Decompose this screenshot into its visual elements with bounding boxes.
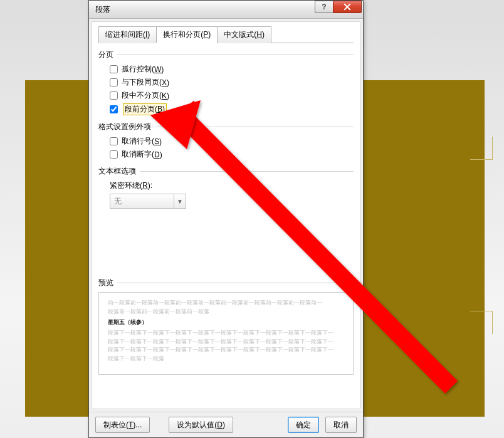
dialog-button-bar: 制表位(T)... 设为默认值(D) 确定 取消 — [89, 412, 363, 437]
crop-mark — [468, 286, 493, 311]
dialog-body: 缩进和间距(I) 换行和分页(P) 中文版式(H) 分页 孤行控制(W) — [92, 21, 360, 409]
titlebar[interactable]: 段落 ? — [89, 1, 363, 19]
tight-wrap-label: 紧密环绕(R): — [110, 180, 354, 191]
checkbox-page-break-before[interactable]: 段前分页(B) — [110, 103, 354, 115]
help-button[interactable]: ? — [315, 1, 333, 13]
checkbox-keep-with-next[interactable]: 与下段同页(X) — [110, 77, 354, 88]
chevron-down-icon[interactable]: ▼ — [174, 194, 186, 208]
group-textbox-options: 文本框选项 紧密环绕(R): 无 ▼ — [98, 166, 354, 209]
checkbox-input[interactable] — [110, 137, 118, 145]
checkbox-input[interactable] — [110, 78, 118, 86]
group-title: 文本框选项 — [98, 166, 136, 177]
tab-bar: 缩进和间距(I) 换行和分页(P) 中文版式(H) — [98, 26, 354, 43]
close-icon — [344, 3, 351, 11]
group-title: 格式设置例外项 — [98, 122, 151, 132]
group-format-exceptions: 格式设置例外项 取消行号(S) 取消断字(D) — [98, 122, 354, 160]
help-icon: ? — [322, 3, 326, 11]
tab-line-page-breaks[interactable]: 换行和分页(P) — [156, 26, 218, 43]
checkbox-input[interactable] — [110, 105, 118, 113]
checkbox-suppress-line-numbers[interactable]: 取消行号(S) — [110, 136, 354, 147]
checkbox-input[interactable] — [110, 91, 118, 100]
group-title: 分页 — [98, 50, 113, 60]
highlighted-option: 段前分页(B) — [123, 103, 167, 115]
paragraph-dialog: 段落 ? 缩进和间距(I) 换行和分页(P) 中文版式(H) 分页 — [88, 0, 364, 438]
group-title: 预览 — [98, 278, 113, 288]
cancel-button[interactable]: 取消 — [325, 417, 357, 433]
checkbox-suppress-hyphenation[interactable]: 取消断字(D) — [110, 149, 354, 160]
close-button[interactable] — [333, 1, 362, 13]
group-pagination: 分页 孤行控制(W) 与下段同页(X) 段中不分页(K) — [98, 50, 354, 115]
tabs-button[interactable]: 制表位(T)... — [95, 417, 150, 433]
checkbox-input[interactable] — [110, 150, 118, 159]
dialog-title: 段落 — [95, 4, 315, 15]
combo-value: 无 — [110, 196, 174, 207]
tab-indent-spacing[interactable]: 缩进和间距(I) — [98, 26, 157, 43]
checkbox-keep-together[interactable]: 段中不分页(K) — [110, 90, 354, 101]
tab-asian-layout[interactable]: 中文版式(H) — [217, 26, 271, 43]
group-preview: 预览 前一段落前一段落前一段落前一段落前一段落前一段落前一段落前一段落前一段落前… — [98, 278, 354, 375]
ok-button[interactable]: 确定 — [288, 417, 319, 433]
checkbox-widow-orphan[interactable]: 孤行控制(W) — [110, 64, 354, 75]
preview-box: 前一段落前一段落前一段落前一段落前一段落前一段落前一段落前一段落前一段落前一 段… — [98, 292, 354, 375]
preview-sample-text: 星期五（续参） — [108, 318, 344, 326]
crop-mark — [468, 159, 493, 184]
tight-wrap-combo[interactable]: 无 ▼ — [110, 194, 186, 209]
set-default-button[interactable]: 设为默认值(D) — [169, 417, 233, 433]
checkbox-input[interactable] — [110, 65, 118, 73]
